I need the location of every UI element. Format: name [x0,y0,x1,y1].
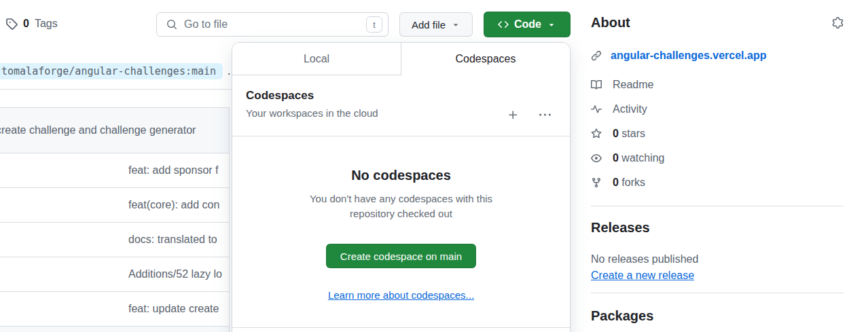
sidebar-item-label: watching [621,152,664,164]
codespaces-title: Codespaces [246,89,378,103]
empty-state-description: You don't have any codespaces with this … [292,191,511,221]
tab-local-label: Local [304,53,329,65]
packages-title: Packages [591,308,844,324]
table-row[interactable]: feat: add sponsor f [0,153,229,188]
empty-state-title: No codespaces [232,168,570,183]
codespaces-empty-state: No codespaces You don't have any codespa… [232,168,570,301]
create-codespace-button[interactable]: Create codespace on main [326,244,476,268]
code-dropdown-tabs: Local Codespaces [232,43,570,75]
commit-message-link[interactable]: Additions/52 lazy lo [128,268,222,280]
search-input[interactable] [184,18,359,31]
go-to-file-search[interactable]: t [156,12,388,37]
sidebar-item-stars[interactable]: 0 stars [591,122,844,146]
table-row[interactable]: feat: update create [0,292,229,327]
chevron-down-icon [451,20,460,29]
releases-title: Releases [591,220,844,236]
commit-message-link[interactable]: docs: translated to [128,234,217,246]
about-title: About [591,15,630,31]
codespaces-options-button[interactable] [539,109,551,121]
releases-empty-text: No releases published [591,253,844,265]
learn-more-link[interactable]: Learn more about codespaces... [328,289,474,301]
pulse-icon [591,104,602,115]
sidebar-item-watching[interactable]: 0 watching [591,146,844,170]
table-row[interactable]: docs: translated to [0,223,229,257]
code-button-label: Code [514,18,541,31]
tag-icon [5,18,18,30]
code-dropdown-panel: Local Codespaces Codespaces Your workspa… [232,42,571,332]
sidebar-item-readme[interactable]: Readme [591,73,844,97]
tab-codespaces-label: Codespaces [456,53,516,65]
tab-codespaces[interactable]: Codespaces [401,43,570,75]
file-table: create challenge and challenge generator… [0,107,230,332]
gear-icon [832,17,844,29]
new-codespace-button[interactable] [507,109,519,121]
fork-icon [591,177,602,188]
branch-ref-chip: tomalaforge/angular-challenges:main [0,63,223,79]
kebab-icon [539,109,551,121]
panel-footer-divider [232,327,570,328]
table-row-partial [0,327,229,332]
tags-link[interactable]: 0 Tags [5,18,58,30]
latest-commit-message[interactable]: create challenge and challenge generator [0,124,196,136]
chevron-down-icon [547,20,556,29]
add-file-label: Add file [412,19,446,31]
code-icon [498,19,509,30]
code-button[interactable]: Code [484,12,571,37]
tab-local[interactable]: Local [232,43,401,75]
commit-message-link[interactable]: feat: add sponsor f [128,164,219,177]
link-icon [591,50,602,61]
search-icon [166,19,177,30]
add-file-button[interactable]: Add file [399,12,473,37]
table-row[interactable]: Additions/52 lazy lo [0,257,229,292]
sidebar-divider [591,206,844,206]
keyboard-shortcut-badge: t [366,16,382,33]
plus-icon [507,109,519,121]
commit-message-link[interactable]: feat(core): add con [128,199,219,211]
sidebar-item-label: Readme [613,79,653,91]
banner-suffix: . [228,65,230,77]
sidebar-item-label: Activity [613,103,647,115]
book-icon [591,79,602,90]
banner-divider [0,89,232,90]
repo-sidebar: About angular-challenges.vercel.app Read… [591,0,844,324]
eye-icon [591,153,602,164]
codespaces-header: Codespaces Your workspaces in the cloud [232,75,570,136]
tags-count: 0 [23,18,29,30]
latest-commit-row[interactable]: create challenge and challenge generator [0,108,229,153]
star-icon [591,128,602,139]
edit-repo-details-button[interactable] [832,17,844,29]
table-row[interactable]: feat(core): add con [0,188,229,223]
watching-count: 0 [613,152,619,164]
create-release-link[interactable]: Create a new release [591,270,694,282]
tags-label: Tags [35,18,58,30]
repo-website-link[interactable]: angular-challenges.vercel.app [611,50,766,62]
sidebar-item-label: forks [621,177,645,188]
forks-count: 0 [613,177,619,188]
stars-count: 0 [613,128,619,139]
codespaces-subtitle: Your workspaces in the cloud [246,107,378,119]
commit-message-link[interactable]: feat: update create [128,303,219,315]
branch-banner: tomalaforge/angular-challenges:main . [0,63,231,79]
sidebar-divider [591,293,844,293]
sidebar-item-activity[interactable]: Activity [591,97,844,122]
sidebar-item-label: stars [621,128,645,139]
sidebar-item-forks[interactable]: 0 forks [591,170,844,195]
